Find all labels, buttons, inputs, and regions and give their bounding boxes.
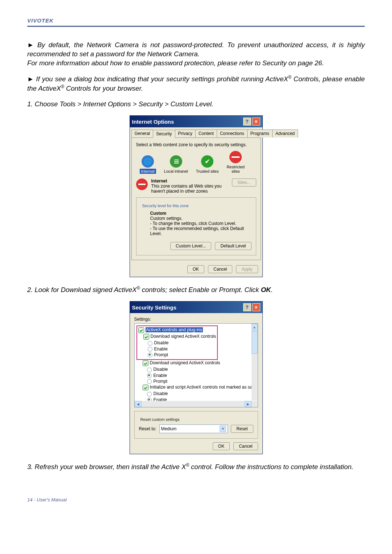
ok-button[interactable]: OK <box>213 442 230 450</box>
radio-prompt[interactable] <box>148 353 152 357</box>
tree-category-activex[interactable]: ActiveX controls and plug-ins <box>146 327 203 332</box>
step-2: 2. Look for Download signed ActiveX® con… <box>27 285 365 295</box>
reset-button[interactable]: Reset <box>231 425 253 433</box>
help-icon[interactable]: ? <box>243 118 251 126</box>
radio-disable-label: Disable <box>154 367 168 372</box>
check-icon: ✔ <box>201 155 213 168</box>
scrollbar-horizontal[interactable]: ◀ ▶ <box>135 401 252 407</box>
page-footer: 14 - User's Manual <box>27 497 365 502</box>
zone-info-desc-1: This zone contains all Web sites you <box>151 184 222 189</box>
settings-tree[interactable]: ActiveX controls and plug-ins Download s… <box>134 323 258 407</box>
step-3: 3. Refresh your web browser, then instal… <box>27 462 365 472</box>
scroll-thumb[interactable] <box>252 331 258 354</box>
zone-trusted-sites[interactable]: ✔ Trusted sites <box>196 155 219 173</box>
step-2-end: . <box>271 286 273 294</box>
step-3-text-b: control. Follow the instructions to comp… <box>189 463 353 471</box>
bullet-2-text-a: If you see a dialog box indicating that … <box>36 75 288 83</box>
dialog-title: Security Settings <box>132 304 177 311</box>
zone-restricted-label-2: sites <box>232 169 240 173</box>
brand-heading: VIVOTEK <box>27 17 365 24</box>
tab-advanced[interactable]: Advanced <box>272 130 298 138</box>
zone-info-title: Internet <box>151 178 167 184</box>
reset-to-label: Reset to: <box>139 426 156 431</box>
restricted-icon <box>229 151 242 163</box>
setting-icon <box>143 334 149 340</box>
tab-security[interactable]: Security <box>153 130 175 138</box>
radio-enable-label: Enable <box>154 346 168 352</box>
default-level-button[interactable]: Default Level <box>215 242 251 250</box>
radio-enable[interactable] <box>148 347 152 352</box>
zone-instruction: Select a Web content zone to specify its… <box>136 142 256 147</box>
security-level-legend: Security level for this zone <box>142 204 252 208</box>
custom-level-button[interactable]: Custom Level... <box>170 242 211 250</box>
zone-trusted-label: Trusted sites <box>196 169 219 173</box>
step-1: 1. Choose Tools > Internet Options > Sec… <box>27 100 365 109</box>
tab-content[interactable]: Content <box>195 130 217 138</box>
tab-privacy[interactable]: Privacy <box>175 130 196 138</box>
zone-local-intranet[interactable]: 🖥 Local intranet <box>164 155 188 173</box>
reset-to-value: Medium <box>161 426 177 431</box>
step-2-text-a: 2. Look for Download signed ActiveX <box>27 286 137 294</box>
reset-legend: Reset custom settings <box>140 417 253 422</box>
scroll-left-icon[interactable]: ◀ <box>135 401 142 407</box>
radio-enable-label: Enable <box>154 373 167 378</box>
radio-prompt[interactable] <box>147 379 152 384</box>
zone-internet[interactable]: 🌐 Internet <box>140 155 156 173</box>
chevron-down-icon[interactable]: ▼ <box>220 426 226 432</box>
bullet-1-text-a: By default, the Network Camera is not pa… <box>27 41 365 58</box>
tab-programs[interactable]: Programs <box>247 130 273 138</box>
radio-disable[interactable] <box>147 368 152 372</box>
zone-restricted-label-1: Restricted <box>226 165 245 169</box>
dialog-title: Internet Options <box>132 119 174 125</box>
tab-general[interactable]: General <box>131 130 154 138</box>
zone-internet-label: Internet <box>140 169 156 174</box>
dialog-titlebar: Security Settings ? × <box>130 301 262 313</box>
header-rule <box>27 26 365 27</box>
radio-disable[interactable] <box>147 392 152 397</box>
custom-line-2: - To change the settings, click Custom L… <box>150 221 236 226</box>
settings-label: Settings: <box>134 317 258 322</box>
internet-options-dialog: Internet Options ? × General Security Pr… <box>130 115 263 277</box>
radio-disable-label: Disable <box>154 391 168 396</box>
radio-disable-label: Disable <box>154 340 169 345</box>
category-icon <box>138 327 144 333</box>
close-icon[interactable]: × <box>252 303 260 311</box>
ok-button[interactable]: OK <box>187 265 204 273</box>
tree-item-initialize-script[interactable]: Initialize and script ActiveX controls n… <box>150 385 256 390</box>
registered-mark: ® <box>61 84 64 89</box>
zone-intranet-label: Local intranet <box>164 169 188 173</box>
step-2-text-b: controls; select Enable or Prompt. Click <box>140 286 261 294</box>
registered-mark: ® <box>186 463 189 468</box>
intranet-icon: 🖥 <box>170 155 182 168</box>
help-icon[interactable]: ? <box>243 303 251 311</box>
dialog-titlebar: Internet Options ? × <box>130 116 262 127</box>
scrollbar-vertical[interactable]: ▲ <box>252 324 258 401</box>
radio-disable[interactable] <box>148 341 152 346</box>
tree-item-download-unsigned[interactable]: Download unsigned ActiveX controls <box>150 360 220 365</box>
setting-icon <box>143 360 148 366</box>
sites-button[interactable]: Sites... <box>232 178 256 186</box>
bullet-2: If you see a dialog box indicating that … <box>27 74 365 93</box>
cancel-button[interactable]: Cancel <box>208 265 232 273</box>
zone-info-desc-2: haven't placed in other zones <box>151 189 208 194</box>
tab-connections[interactable]: Connections <box>217 130 248 138</box>
scroll-right-icon[interactable]: ▶ <box>245 401 252 407</box>
zone-restricted-sites[interactable]: Restricted sites <box>226 151 245 173</box>
close-icon[interactable]: × <box>252 118 260 126</box>
bullet-1: By default, the Network Camera is not pa… <box>27 41 365 68</box>
security-settings-dialog: Security Settings ? × Settings: ActiveX … <box>130 301 263 454</box>
custom-title: Custom <box>150 211 167 216</box>
arrow-icon <box>27 75 36 83</box>
radio-enable[interactable] <box>147 373 152 378</box>
restricted-icon <box>136 178 148 190</box>
radio-prompt-label: Prompt <box>154 379 168 384</box>
step-3-text-a: 3. Refresh your web browser, then instal… <box>27 463 186 471</box>
globe-icon: 🌐 <box>142 155 154 168</box>
cancel-button[interactable]: Cancel <box>233 442 258 450</box>
apply-button[interactable]: Apply <box>236 265 258 273</box>
scroll-up-icon[interactable]: ▲ <box>252 324 258 331</box>
custom-line-1: Custom settings. <box>150 216 183 221</box>
tree-item-download-signed[interactable]: Download signed ActiveX controls <box>151 334 216 339</box>
reset-to-select[interactable]: Medium ▼ <box>159 424 228 433</box>
step-2-ok: OK <box>261 286 271 294</box>
